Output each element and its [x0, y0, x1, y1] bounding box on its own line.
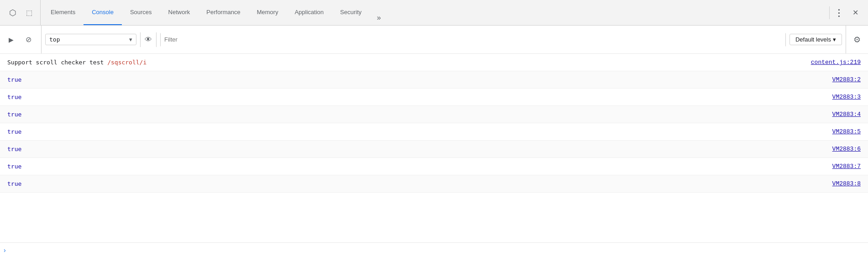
eye-btn[interactable]: 👁: [140, 32, 157, 47]
console-message: true: [7, 94, 832, 101]
console-row: true VM2883:3: [0, 89, 868, 106]
console-message: Support scroll checker test /sqscroll/i: [7, 59, 811, 66]
console-row: true VM2883:5: [0, 123, 868, 141]
console-row: true VM2883:4: [0, 106, 868, 123]
tab-network[interactable]: Network: [160, 0, 199, 25]
filter-container: [160, 32, 786, 47]
console-true-value: true: [7, 180, 21, 187]
console-row: true VM2883:7: [0, 158, 868, 175]
inspect-icon: ⬚: [26, 9, 32, 17]
clear-console-btn[interactable]: ⊘: [21, 32, 36, 47]
more-tabs-btn[interactable]: »: [371, 10, 386, 25]
more-icon: ⋮: [834, 7, 843, 18]
console-text-plain: Support scroll checker test: [7, 59, 107, 66]
console-source-link[interactable]: VM2883:5: [832, 128, 868, 135]
context-selector[interactable]: top ▾: [45, 34, 136, 45]
toolbar-right: ⚙: [846, 26, 864, 53]
console-source-link[interactable]: content.js:219: [811, 59, 868, 66]
gear-icon: ⚙: [853, 35, 861, 45]
play-icon: ▶: [9, 36, 14, 43]
console-row: true VM2883:8: [0, 175, 868, 193]
console-source-link[interactable]: VM2883:2: [832, 76, 868, 83]
levels-dropdown-btn[interactable]: Default levels ▾: [790, 34, 842, 45]
console-true-value: true: [7, 111, 21, 118]
console-message: true: [7, 180, 832, 188]
console-toolbar: ▶ ⊘ top ▾ 👁 Default levels ▾ ⚙: [0, 26, 868, 54]
console-source-link[interactable]: VM2883:4: [832, 111, 868, 118]
console-row: Support scroll checker test /sqscroll/i …: [0, 54, 868, 71]
console-source-link[interactable]: VM2883:3: [832, 94, 868, 100]
tab-security[interactable]: Security: [332, 0, 370, 25]
console-true-value: true: [7, 163, 21, 170]
tab-performance[interactable]: Performance: [198, 0, 248, 25]
tab-list: Elements Console Sources Network Perform…: [41, 0, 826, 25]
tab-console[interactable]: Console: [84, 0, 122, 25]
console-source-link[interactable]: VM2883:7: [832, 163, 868, 170]
console-message: true: [7, 146, 832, 153]
console-text-red: /sqscroll/i: [107, 59, 146, 66]
tab-elements[interactable]: Elements: [42, 0, 84, 25]
tab-bar: ⬡ ⬚ Elements Console Sources Network Per…: [0, 0, 868, 26]
toolbar-left: ▶ ⊘: [4, 26, 42, 53]
console-true-value: true: [7, 94, 21, 100]
console-message: true: [7, 128, 832, 136]
settings-btn[interactable]: ⚙: [850, 32, 864, 47]
console-source-link[interactable]: VM2883:6: [832, 146, 868, 152]
chevron-down-icon: ▾: [129, 36, 132, 43]
console-message: true: [7, 163, 832, 170]
console-output: Support scroll checker test /sqscroll/i …: [0, 54, 868, 242]
close-icon: ✕: [852, 8, 858, 17]
tab-application[interactable]: Application: [287, 0, 332, 25]
console-source-link[interactable]: VM2883:8: [832, 180, 868, 187]
play-btn[interactable]: ▶: [4, 32, 18, 47]
separator: [829, 6, 830, 19]
filter-input[interactable]: [161, 32, 785, 47]
devtools-icons: ⬡ ⬚: [2, 0, 41, 25]
console-true-value: true: [7, 146, 21, 152]
levels-label: Default levels: [795, 36, 831, 43]
eye-icon: 👁: [145, 36, 152, 44]
console-message: true: [7, 111, 832, 118]
inspect-icon-btn[interactable]: ⬚: [22, 5, 37, 20]
console-prompt: ›: [0, 242, 868, 257]
tab-bar-right: ⋮ ✕: [826, 5, 866, 20]
chevron-right-icon: »: [377, 14, 381, 22]
levels-chevron-icon: ▾: [833, 36, 836, 43]
context-value: top: [49, 36, 60, 43]
console-row: true VM2883:2: [0, 71, 868, 89]
close-btn[interactable]: ✕: [848, 5, 863, 20]
console-message: true: [7, 76, 832, 84]
more-options-btn[interactable]: ⋮: [831, 5, 846, 20]
cursor-icon: ⬡: [9, 8, 16, 18]
console-row: true VM2883:6: [0, 141, 868, 158]
tab-memory[interactable]: Memory: [249, 0, 287, 25]
prompt-chevron-icon: ›: [4, 247, 6, 254]
cursor-icon-btn[interactable]: ⬡: [5, 5, 20, 20]
console-true-value: true: [7, 76, 21, 83]
block-icon: ⊘: [26, 35, 31, 44]
console-true-value: true: [7, 128, 21, 135]
tab-sources[interactable]: Sources: [122, 0, 160, 25]
